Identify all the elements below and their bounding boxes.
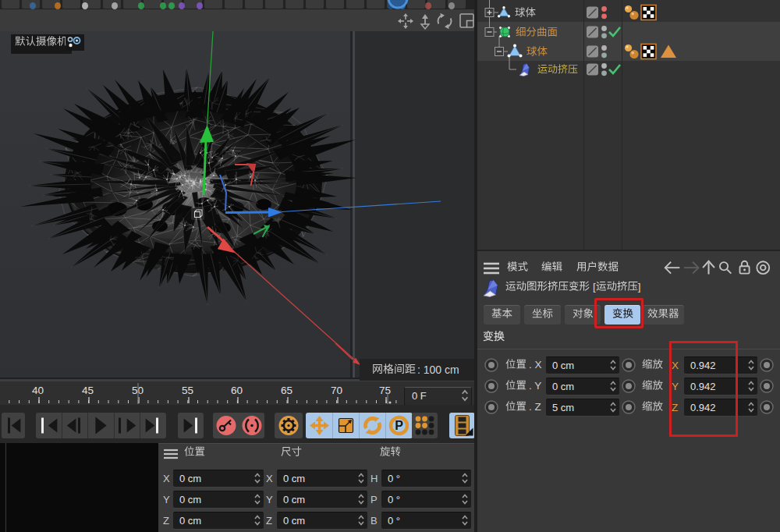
svg-text:P: P — [395, 419, 403, 432]
